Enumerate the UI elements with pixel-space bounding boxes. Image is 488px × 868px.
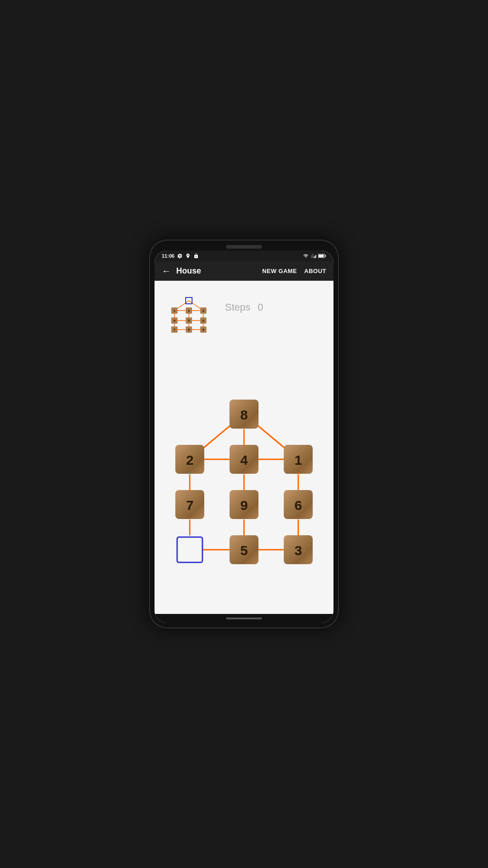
svg-text:4: 4 — [174, 319, 176, 323]
svg-text:8: 8 — [240, 407, 248, 422]
svg-text:3: 3 — [202, 309, 205, 313]
status-time: 11:06 — [162, 253, 174, 259]
home-indicator-area — [155, 614, 333, 623]
mini-preview-svg: 1 2 3 4 5 6 7 — [162, 288, 216, 342]
signal-icon — [311, 253, 316, 259]
status-bar: 11:06 — [155, 250, 333, 261]
wifi-icon — [303, 253, 309, 259]
phone-notch — [155, 245, 333, 249]
svg-rect-61 — [177, 537, 202, 562]
settings-icon — [177, 253, 183, 259]
status-right — [303, 253, 326, 259]
game-board-svg: 8 2 4 1 — [172, 386, 316, 567]
location-icon — [185, 253, 191, 259]
svg-text:5: 5 — [240, 543, 248, 558]
svg-text:1: 1 — [295, 453, 302, 467]
main-board: 8 2 4 1 — [162, 346, 326, 607]
svg-text:8: 8 — [188, 328, 190, 332]
battery-icon — [318, 253, 326, 259]
svg-rect-2 — [325, 255, 326, 257]
svg-text:4: 4 — [240, 453, 248, 467]
home-bar — [226, 618, 262, 619]
svg-text:6: 6 — [295, 498, 302, 513]
tile-9[interactable]: 9 — [230, 490, 258, 519]
tile-5[interactable]: 5 — [230, 535, 258, 564]
svg-text:9: 9 — [240, 498, 248, 513]
tile-1[interactable]: 1 — [284, 445, 313, 474]
tile-2[interactable]: 2 — [175, 445, 204, 474]
phone-speaker — [226, 245, 262, 249]
mini-preview: 1 2 3 4 5 6 7 — [162, 288, 216, 342]
svg-rect-1 — [319, 255, 324, 257]
svg-text:2: 2 — [186, 453, 194, 467]
svg-text:3: 3 — [295, 543, 302, 558]
tile-8[interactable]: 8 — [230, 400, 258, 429]
new-game-button[interactable]: NEW GAME — [262, 268, 297, 274]
toolbar: ← House NEW GAME ABOUT — [155, 261, 333, 281]
steps-value: 0 — [258, 302, 263, 313]
svg-text:1: 1 — [174, 309, 176, 313]
game-content: 1 2 3 4 5 6 7 — [155, 281, 333, 614]
toolbar-actions: NEW GAME ABOUT — [262, 268, 326, 274]
svg-text:6: 6 — [202, 319, 205, 323]
svg-text:7: 7 — [186, 498, 194, 513]
phone-screen: 11:06 — [155, 250, 333, 623]
steps-display: Steps 0 — [225, 302, 263, 313]
phone-frame: 11:06 — [149, 240, 339, 628]
about-button[interactable]: ABOUT — [304, 268, 326, 274]
svg-text:5: 5 — [188, 319, 190, 323]
toolbar-title: House — [176, 266, 257, 276]
back-button[interactable]: ← — [162, 266, 171, 276]
top-section: 1 2 3 4 5 6 7 — [162, 288, 326, 342]
svg-text:2: 2 — [188, 309, 190, 313]
tile-3[interactable]: 3 — [284, 535, 313, 564]
empty-tile[interactable] — [177, 537, 202, 562]
svg-text:9: 9 — [202, 328, 205, 332]
steps-label: Steps — [225, 302, 250, 313]
tile-6[interactable]: 6 — [284, 490, 313, 519]
status-left: 11:06 — [162, 253, 199, 259]
svg-text:7: 7 — [174, 328, 176, 332]
lock-icon — [193, 253, 199, 259]
tile-4[interactable]: 4 — [230, 445, 258, 474]
tile-7[interactable]: 7 — [175, 490, 204, 519]
